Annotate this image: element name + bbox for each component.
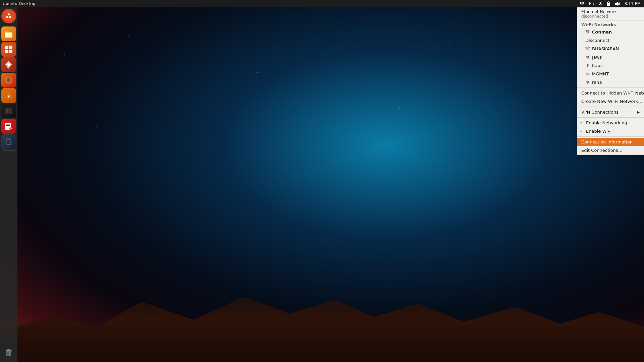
sidebar-item-ubuntu-home[interactable] [1, 9, 16, 23]
svg-text:$_: $_ [6, 109, 11, 113]
enable-wifi-toggle[interactable]: ✓ Enable Wi-Fi [577, 127, 644, 135]
sidebar-item-trash[interactable] [1, 345, 16, 359]
sidebar-item-files[interactable] [1, 26, 16, 41]
volume-icon[interactable] [613, 0, 622, 7]
svg-marker-1 [615, 2, 618, 6]
svg-point-38 [587, 83, 588, 83]
connected-network-name: Conman [592, 29, 612, 35]
wifi-network-conman[interactable]: Conman [577, 28, 644, 36]
ethernet-section: Ethernet Network disconnected [577, 7, 644, 20]
wifi-section-header: Wi-Fi Networks [577, 20, 644, 28]
svg-text:▼: ▼ [8, 95, 10, 98]
svg-point-4 [6, 16, 8, 18]
edit-connections-button[interactable]: Edit Connections… [577, 146, 644, 155]
create-new-wifi-button[interactable]: Create New Wi-Fi Network… [577, 97, 644, 106]
bluetooth-icon[interactable] [596, 0, 604, 7]
svg-text:✎: ✎ [10, 127, 12, 130]
sidebar-item-usb-creator[interactable] [1, 134, 16, 149]
panel-title: Ubuntu Desktop [0, 1, 35, 6]
top-panel: Ubuntu Desktop En [0, 0, 644, 7]
sidebar-item-zim[interactable]: ✎ [1, 119, 16, 134]
launcher-sidebar: ▼ $_ ✎ [0, 7, 17, 362]
wifi-network-kapil[interactable]: Kapil [577, 61, 644, 70]
menu-separator-1 [577, 87, 644, 88]
vpn-connections-button[interactable]: VPN Connections ▶ [577, 108, 644, 116]
wifi-panel-icon[interactable] [578, 0, 586, 7]
svg-rect-7 [5, 46, 8, 49]
svg-rect-28 [6, 350, 12, 351]
enable-networking-toggle[interactable]: ✓ Enable Networking [577, 119, 644, 127]
wifi-network-mgmnt[interactable]: MGMNT [577, 70, 644, 78]
connect-hidden-wifi-button[interactable]: Connect to Hidden Wi-Fi Network… [577, 89, 644, 97]
network-name-mgmnt: MGMNT [592, 71, 609, 76]
svg-point-3 [8, 13, 10, 15]
svg-point-2 [5, 12, 13, 20]
disconnect-button[interactable]: Disconnect [577, 36, 644, 45]
svg-rect-8 [9, 46, 12, 49]
svg-rect-25 [7, 140, 10, 144]
panel-right-icons: En 8:11 PM [578, 0, 644, 7]
network-name-rana: rana [592, 80, 602, 85]
wifi-network-jaws[interactable]: Jaws [577, 53, 644, 61]
network-name-jaws: Jaws [592, 55, 602, 60]
wifi-icon-bhaskaran [585, 46, 590, 51]
svg-rect-21 [6, 127, 9, 127]
svg-rect-20 [6, 125, 10, 126]
connection-information-button[interactable]: Connection Information [577, 138, 644, 146]
enable-networking-label: Enable Networking [586, 120, 627, 125]
svg-rect-0 [607, 3, 610, 6]
enable-wifi-label: Enable Wi-Fi [586, 129, 612, 134]
enable-wifi-check: ✓ [580, 129, 584, 133]
disconnect-label: Disconnect [585, 38, 609, 43]
wifi-icon-rana [585, 80, 590, 85]
menu-separator-3 [577, 117, 644, 118]
svg-rect-9 [5, 50, 8, 53]
sidebar-divider-bottom [3, 150, 15, 151]
sidebar-divider-top [3, 25, 15, 25]
wifi-icon-jaws [585, 55, 590, 60]
edit-connections-label: Edit Connections… [581, 148, 623, 153]
svg-point-5 [9, 16, 11, 18]
panel-time: 8:11 PM [623, 1, 643, 6]
svg-point-35 [587, 58, 588, 58]
svg-point-13 [7, 78, 10, 82]
sidebar-item-settings[interactable] [1, 57, 16, 72]
sidebar-item-vlc[interactable]: ▼ [1, 88, 16, 103]
network-name-kapil: Kapil [592, 63, 603, 68]
network-name-bhaskaran: BHASKARAN [592, 46, 619, 51]
enable-networking-check: ✓ [580, 121, 584, 125]
svg-rect-29 [7, 349, 10, 350]
vpn-connections-label: VPN Connections [581, 110, 619, 115]
svg-point-34 [587, 49, 588, 50]
wifi-icon-mgmnt [585, 71, 590, 76]
wifi-network-rana[interactable]: rana [577, 78, 644, 86]
sidebar-item-firefox[interactable] [1, 73, 16, 87]
keyboard-indicator[interactable]: En [587, 0, 595, 7]
wifi-icon-kapil [585, 63, 590, 68]
svg-point-37 [587, 74, 588, 75]
svg-point-36 [587, 66, 588, 67]
sidebar-item-app-center[interactable] [1, 42, 16, 57]
svg-rect-19 [6, 124, 10, 125]
lock-icon[interactable] [604, 0, 612, 7]
svg-point-33 [587, 33, 588, 33]
network-dropdown-menu: Ethernet Network disconnected Wi-Fi Netw… [577, 7, 644, 155]
svg-rect-26 [8, 144, 10, 145]
wifi-signal-icon-conman [585, 29, 590, 35]
create-new-wifi-label: Create New Wi-Fi Network… [581, 99, 642, 104]
ethernet-title: Ethernet Network [581, 9, 640, 14]
sidebar-item-terminal[interactable]: $_ [1, 104, 16, 118]
ethernet-status: disconnected [581, 14, 640, 19]
wifi-network-bhaskaran[interactable]: BHASKARAN [577, 45, 644, 53]
svg-rect-10 [9, 50, 12, 53]
svg-rect-6 [5, 33, 12, 38]
connect-hidden-wifi-label: Connect to Hidden Wi-Fi Network… [581, 90, 644, 96]
menu-separator-2 [577, 107, 644, 107]
connection-information-label: Connection Information [581, 139, 633, 144]
menu-separator-4 [577, 136, 644, 137]
vpn-submenu-arrow: ▶ [637, 110, 640, 114]
